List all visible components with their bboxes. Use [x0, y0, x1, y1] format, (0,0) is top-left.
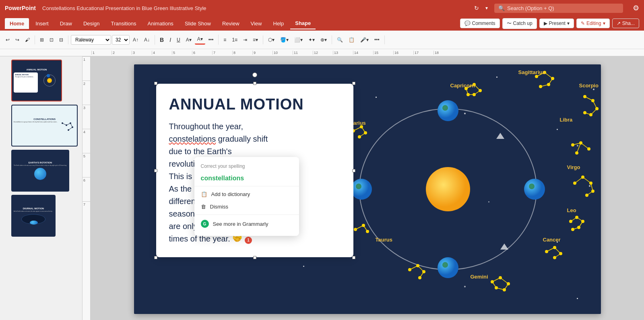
slide-1-wrapper: 1 ANNUAL MOTION ANNUAL MOTION Throughout… [2, 60, 80, 101]
handle-tl[interactable] [154, 82, 157, 85]
present-dropdown-icon[interactable]: ▾ [567, 21, 570, 26]
toolbar-shape-group: ⬡▾ 🪣▾ ⬜▾ ✦▾ ⊕▾ [266, 35, 332, 44]
more-format-button[interactable]: ••• [206, 35, 216, 44]
handle-br[interactable] [352, 256, 355, 259]
svg-point-46 [573, 182, 576, 185]
catchup-button[interactable]: 〜 Catch up [502, 18, 537, 29]
svg-line-60 [571, 217, 577, 221]
sagittarius-label: Sagittarius [518, 69, 545, 75]
spelling-suggestion[interactable]: constellations [194, 172, 299, 184]
handle-tr[interactable] [352, 82, 355, 85]
handle-bm[interactable] [253, 256, 256, 259]
svg-point-9 [359, 109, 537, 270]
italic-button[interactable]: I [167, 35, 173, 45]
dictionary-icon: 📋 [201, 191, 207, 197]
handle-tm[interactable] [253, 82, 256, 85]
tab-animations[interactable]: Animations [143, 18, 178, 29]
highlight-button[interactable]: A▾ [184, 35, 194, 44]
canvas-area: 1 2 3 4 5 6 7 [83, 56, 644, 320]
svg-point-42 [575, 151, 578, 155]
svg-point-102 [364, 131, 367, 134]
redo-button[interactable]: ↪ [13, 35, 22, 44]
add-to-dictionary-action[interactable]: 📋 Add to dictionary [194, 188, 299, 200]
doc-title: Constellations Educational Presentation … [42, 5, 468, 11]
numbered-list-button[interactable]: 1≡ [229, 35, 240, 44]
svg-point-49 [591, 190, 594, 193]
svg-line-106 [359, 133, 365, 137]
dropdown-icon[interactable]: ▾ [485, 5, 488, 11]
handle-bl[interactable] [154, 256, 157, 259]
editing-dropdown-icon[interactable]: ▾ [603, 21, 605, 26]
more-tools-button[interactable]: ••• [372, 35, 382, 44]
search-input[interactable] [507, 5, 612, 11]
zoom-button[interactable]: 🔍 [334, 35, 345, 44]
svg-point-18 [356, 184, 361, 189]
settings-icon[interactable]: ⚙ [633, 4, 639, 12]
tab-help[interactable]: Help [268, 18, 289, 29]
rotate-handle[interactable] [252, 72, 257, 77]
undo-button[interactable]: ↩ [3, 35, 12, 44]
slide-main[interactable]: Sagittarius Capricorn Scorpio Aquarius L… [134, 64, 601, 314]
share-button[interactable]: ↗ Sha... [612, 19, 639, 28]
text-align-button[interactable]: ≡▾ [250, 35, 260, 44]
effects-button[interactable]: ✦▾ [306, 35, 317, 44]
refresh-icon[interactable]: ↻ [474, 5, 479, 11]
decrease-font-button[interactable]: A↓ [142, 35, 152, 44]
fill-button[interactable]: 🪣▾ [278, 35, 291, 44]
slide-4-thumb[interactable]: DIURNAL MOTION As the Earth rotates on i… [11, 195, 56, 237]
tab-home[interactable]: Home [5, 18, 29, 29]
arrange-button[interactable]: ⊕▾ [318, 35, 329, 44]
outline-button[interactable]: ⬜▾ [292, 35, 305, 44]
svg-line-62 [579, 221, 583, 227]
taurus-label: Taurus [376, 237, 392, 243]
increase-font-button[interactable]: A↑ [130, 35, 141, 44]
underline-button[interactable]: U [174, 35, 183, 44]
tab-review[interactable]: Review [217, 18, 244, 29]
tab-shape[interactable]: Shape [290, 18, 316, 29]
format-painter-button[interactable]: 🖌 [23, 35, 32, 44]
font-selector[interactable]: Raleway [71, 35, 111, 45]
slide-2-thumb[interactable]: CONSTELLATIONS A constellation is a grou… [11, 105, 78, 147]
clipboard-button[interactable]: 📋 [346, 35, 357, 44]
svg-line-54 [587, 191, 593, 195]
font-size-selector[interactable]: 32 [112, 35, 130, 45]
svg-point-34 [583, 111, 586, 114]
edit-icon: ✎ [581, 21, 585, 26]
svg-point-55 [569, 220, 572, 223]
svg-point-73 [507, 282, 510, 285]
bullets-button[interactable]: ≡ [221, 35, 229, 44]
tab-slideshow[interactable]: Slide Show [180, 18, 216, 29]
slide-1-thumb[interactable]: ANNUAL MOTION ANNUAL MOTION Throughout t… [11, 60, 62, 101]
svg-point-103 [358, 135, 361, 138]
comments-button[interactable]: 💬 Comments [460, 19, 500, 28]
editing-button[interactable]: ✎ Editing ▾ [576, 19, 610, 28]
font-color-button[interactable]: A▾ [195, 35, 205, 45]
toolbar-undo-group: ↩ ↪ 🖌 [3, 35, 35, 44]
tab-view[interactable]: View [246, 18, 267, 29]
svg-point-67 [553, 256, 556, 259]
svg-point-15 [438, 257, 458, 278]
handle-ml[interactable] [154, 169, 157, 172]
tab-insert[interactable]: Insert [31, 18, 54, 29]
tab-design[interactable]: Design [78, 18, 104, 29]
layout-button[interactable]: ⊞ [37, 35, 46, 44]
crop-button[interactable]: ⊟ [57, 35, 66, 44]
svg-point-33 [589, 113, 592, 116]
present-button[interactable]: ▶ Present ▾ [539, 19, 574, 28]
slide-panel: 1 ANNUAL MOTION ANNUAL MOTION Throughout… [0, 56, 83, 320]
svg-line-77 [500, 278, 508, 284]
screenshot-button[interactable]: ⊡ [47, 35, 56, 44]
tab-transitions[interactable]: Transitions [106, 18, 141, 29]
svg-line-52 [583, 177, 591, 183]
shapes-button[interactable]: ⬡▾ [266, 35, 277, 44]
bold-button[interactable]: B [157, 35, 166, 45]
tab-draw[interactable]: Draw [55, 18, 77, 29]
grammarly-action[interactable]: G See more in Grammarly [194, 217, 299, 231]
handle-mr[interactable] [352, 169, 355, 172]
indent-button[interactable]: ⇥ [241, 35, 250, 44]
slide-3-thumb[interactable]: EARTH'S ROTATION The Earth rotates on it… [11, 150, 69, 192]
dismiss-action[interactable]: 🗑 Dismiss [194, 200, 299, 213]
dictate-button[interactable]: 🎤▾ [358, 35, 371, 44]
svg-point-82 [416, 264, 419, 267]
svg-line-76 [492, 278, 500, 282]
